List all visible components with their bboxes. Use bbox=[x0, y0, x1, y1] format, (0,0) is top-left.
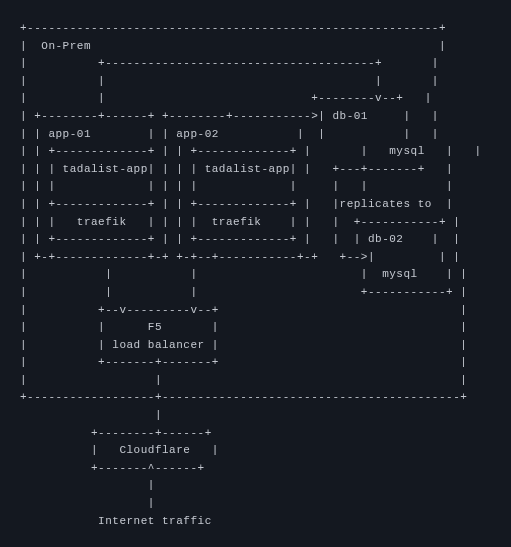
line-7: | | +-------------+ | | +-------------+ … bbox=[20, 145, 482, 157]
line-13: | +-+-------------+-+ +-+--+-----------+… bbox=[20, 251, 460, 263]
line-19: | +-------+-------+ | bbox=[20, 356, 467, 368]
line-25: +-------^------+ bbox=[20, 462, 205, 474]
line-18: | | load balancer | | bbox=[20, 339, 467, 351]
line-27: | bbox=[20, 497, 155, 509]
line-8: | | | tadalist-app| | | | tadalist-app| … bbox=[20, 163, 453, 175]
line-11: | | | traefik | | | | traefik | | | +---… bbox=[20, 216, 460, 228]
line-1: | On-Prem | bbox=[20, 40, 446, 52]
line-9: | | | | | | | | | | | bbox=[20, 180, 453, 192]
line-23: +--------+------+ bbox=[20, 427, 212, 439]
line-3: | | | | bbox=[20, 75, 439, 87]
line-20: | | | bbox=[20, 374, 467, 386]
line-10: | | +-------------+ | | +-------------+ … bbox=[20, 198, 453, 210]
line-0: +---------------------------------------… bbox=[20, 22, 446, 34]
line-26: | bbox=[20, 479, 155, 491]
line-12: | | +-------------+ | | +-------------+ … bbox=[20, 233, 460, 245]
line-15: | | | +-----------+ | bbox=[20, 286, 467, 298]
line-22: | bbox=[20, 409, 162, 421]
line-14: | | | | mysql | | bbox=[20, 268, 467, 280]
line-28: Internet traffic bbox=[20, 515, 212, 527]
line-21: +------------------+--------------------… bbox=[20, 391, 467, 403]
line-4: | | +--------v--+ | bbox=[20, 92, 432, 104]
line-17: | | F5 | | bbox=[20, 321, 467, 333]
architecture-diagram: +---------------------------------------… bbox=[20, 20, 491, 530]
line-16: | +--v---------v--+ | bbox=[20, 304, 467, 316]
line-5: | +--------+------+ +--------+----------… bbox=[20, 110, 439, 122]
line-6: | | app-01 | | app-02 | | | | bbox=[20, 128, 439, 140]
line-2: | +-------------------------------------… bbox=[20, 57, 439, 69]
line-24: | Cloudflare | bbox=[20, 444, 219, 456]
